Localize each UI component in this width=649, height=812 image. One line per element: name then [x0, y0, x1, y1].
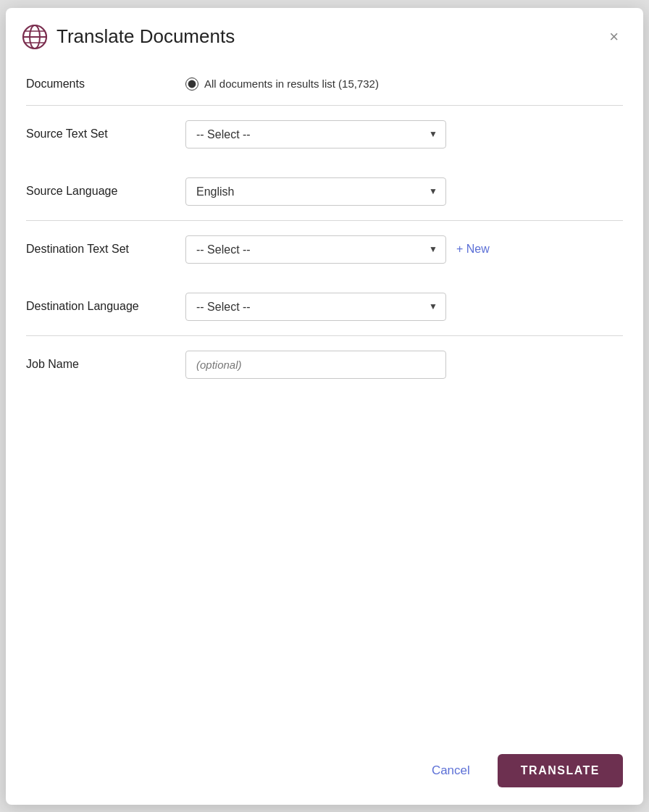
cancel-button[interactable]: Cancel [419, 756, 483, 785]
source-language-control: English French German Spanish ▼ [185, 177, 623, 206]
destination-language-label: Destination Language [26, 300, 185, 313]
destination-language-control: -- Select -- ▼ [185, 293, 623, 321]
destination-language-select-wrapper: -- Select -- ▼ [185, 293, 446, 321]
modal-spacer [6, 565, 643, 737]
source-text-set-row: Source Text Set -- Select -- ▼ [26, 106, 623, 163]
documents-row: Documents All documents in results list … [26, 63, 623, 105]
all-documents-radio-group: All documents in results list (15,732) [185, 78, 379, 91]
translate-documents-modal: Translate Documents × Documents All docu… [6, 8, 643, 805]
source-language-select-wrapper: English French German Spanish ▼ [185, 177, 446, 206]
all-documents-label: All documents in results list (15,732) [204, 78, 379, 90]
translate-button[interactable]: TRANSLATE [498, 754, 623, 787]
source-text-set-select-wrapper: -- Select -- ▼ [185, 120, 446, 148]
globe-icon [22, 24, 48, 50]
modal-body: Documents All documents in results list … [6, 63, 643, 565]
job-name-control [185, 351, 623, 379]
job-name-label: Job Name [26, 358, 185, 371]
job-name-input[interactable] [185, 351, 446, 379]
destination-language-row: Destination Language -- Select -- ▼ [26, 278, 623, 335]
new-text-set-button[interactable]: + New [456, 243, 490, 256]
destination-text-set-row: Destination Text Set -- Select -- ▼ + Ne… [26, 221, 623, 278]
destination-language-select[interactable]: -- Select -- [185, 293, 446, 321]
source-text-set-select[interactable]: -- Select -- [185, 120, 446, 148]
modal-footer: Cancel TRANSLATE [6, 737, 643, 805]
destination-text-set-select[interactable]: -- Select -- [185, 235, 446, 264]
documents-label: Documents [26, 78, 185, 91]
documents-control: All documents in results list (15,732) [185, 78, 623, 91]
destination-text-set-control: -- Select -- ▼ + New [185, 235, 623, 264]
job-name-row: Job Name [26, 336, 623, 393]
source-language-select[interactable]: English French German Spanish [185, 177, 446, 206]
destination-text-set-select-wrapper: -- Select -- ▼ [185, 235, 446, 264]
destination-text-set-label: Destination Text Set [26, 243, 185, 256]
all-documents-radio[interactable] [185, 78, 198, 91]
source-language-row: Source Language English French German Sp… [26, 163, 623, 220]
modal-title: Translate Documents [56, 25, 235, 48]
source-language-label: Source Language [26, 185, 185, 198]
close-button[interactable]: × [605, 26, 623, 48]
modal-title-group: Translate Documents [22, 24, 235, 50]
source-text-set-control: -- Select -- ▼ [185, 120, 623, 148]
modal-header: Translate Documents × [6, 8, 643, 63]
source-text-set-label: Source Text Set [26, 127, 185, 141]
